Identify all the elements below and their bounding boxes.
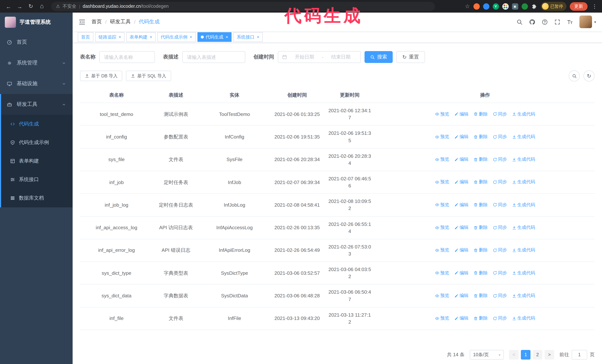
sync-link[interactable]: 同步	[493, 224, 507, 231]
prev-page-button[interactable]: <	[509, 350, 519, 360]
sidebar-item-db-docs[interactable]: 数据库文档	[1, 189, 73, 207]
close-icon[interactable]: ×	[190, 35, 192, 39]
generate-code-link[interactable]: 生成代码	[512, 292, 535, 299]
date-range-picker[interactable]: 开始日期 - 结束日期	[278, 51, 361, 63]
edit-link[interactable]: 编辑	[454, 270, 468, 276]
browser-profile-chip[interactable]: 已暂停	[541, 2, 566, 11]
sidebar-item-code-generation[interactable]: 代码生成	[1, 115, 73, 133]
blue-extension-icon[interactable]	[483, 3, 489, 10]
sidebar-item-codegen-example[interactable]: 代码生成示例	[1, 133, 73, 152]
extensions-puzzle-icon[interactable]	[531, 3, 537, 10]
preview-link[interactable]: 预览	[435, 202, 449, 208]
tab-tracing[interactable]: 链路追踪×	[95, 32, 124, 42]
generate-code-link[interactable]: 生成代码	[512, 202, 535, 208]
sidebar-item-system-api[interactable]: 系统接口	[1, 170, 73, 189]
browser-back-icon[interactable]: ←	[4, 2, 13, 11]
sidebar-item-system-management[interactable]: 系统管理	[0, 52, 73, 73]
generate-code-link[interactable]: 生成代码	[512, 224, 535, 231]
browser-forward-icon[interactable]: →	[15, 2, 24, 11]
delete-link[interactable]: 删除	[473, 270, 488, 276]
browser-home-icon[interactable]: ⌂	[37, 2, 47, 11]
delete-link[interactable]: 删除	[473, 315, 488, 322]
preview-link[interactable]: 预览	[435, 315, 449, 322]
preview-link[interactable]: 预览	[435, 247, 449, 254]
sync-link[interactable]: 同步	[493, 315, 507, 322]
delete-link[interactable]: 删除	[473, 111, 488, 117]
reset-button[interactable]: ↻ 重置	[396, 51, 425, 63]
browser-reload-icon[interactable]: ↻	[26, 2, 36, 11]
sync-link[interactable]: 同步	[493, 134, 507, 140]
green-leaf-extension-icon[interactable]	[521, 3, 528, 10]
generate-code-link[interactable]: 生成代码	[512, 315, 535, 322]
sidebar-item-form-builder[interactable]: 表单构建	[1, 152, 73, 170]
close-icon[interactable]: ×	[150, 35, 152, 39]
generate-code-link[interactable]: 生成代码	[512, 247, 535, 254]
sidebar-item-dev-tools[interactable]: 研发工具	[1, 94, 73, 115]
sync-link[interactable]: 同步	[493, 292, 507, 299]
multicolor-extension-icon[interactable]	[502, 3, 508, 10]
preview-link[interactable]: 预览	[435, 292, 449, 299]
delete-link[interactable]: 删除	[473, 202, 488, 208]
sync-link[interactable]: 同步	[493, 156, 507, 163]
delete-link[interactable]: 删除	[473, 156, 488, 163]
edit-link[interactable]: 编辑	[454, 202, 468, 208]
generate-code-link[interactable]: 生成代码	[512, 179, 535, 186]
sync-link[interactable]: 同步	[493, 111, 507, 117]
sync-link[interactable]: 同步	[493, 270, 507, 276]
green-v-extension-icon[interactable]: V	[493, 3, 499, 10]
tab-code-generation[interactable]: 代码生成×	[197, 32, 232, 42]
edit-link[interactable]: 编辑	[454, 247, 468, 254]
help-icon[interactable]	[542, 19, 548, 25]
breadcrumb-dev-tools[interactable]: 研发工具	[110, 19, 131, 25]
address-bar[interactable]: ⚠ 不安全 | dashboard.yudao.iocoder.cn/tool/…	[51, 2, 435, 11]
generate-code-link[interactable]: 生成代码	[512, 156, 535, 163]
edit-link[interactable]: 编辑	[454, 111, 468, 117]
sync-link[interactable]: 同步	[493, 247, 507, 254]
close-icon[interactable]: ×	[257, 35, 259, 39]
browser-menu-icon[interactable]: ⋮	[591, 3, 598, 9]
edit-link[interactable]: 编辑	[454, 156, 468, 163]
sidebar-item-infrastructure[interactable]: 基础设施	[0, 73, 73, 94]
close-icon[interactable]: ×	[226, 35, 228, 39]
font-size-icon[interactable]	[567, 19, 573, 25]
tab-form-builder[interactable]: 表单构建×	[126, 32, 156, 42]
edit-link[interactable]: 编辑	[454, 134, 468, 140]
edit-link[interactable]: 编辑	[454, 315, 468, 322]
delete-link[interactable]: 删除	[473, 247, 488, 254]
delete-link[interactable]: 删除	[473, 224, 488, 231]
table-desc-input[interactable]	[182, 51, 245, 63]
edit-link[interactable]: 编辑	[454, 179, 468, 186]
delete-link[interactable]: 删除	[473, 179, 488, 186]
browser-update-button[interactable]: 更新	[570, 2, 588, 10]
app-logo[interactable]: 芋道管理系统	[0, 13, 73, 32]
edit-link[interactable]: 编辑	[454, 292, 468, 299]
sync-link[interactable]: 同步	[493, 179, 507, 186]
preview-link[interactable]: 预览	[435, 111, 449, 117]
generate-code-link[interactable]: 生成代码	[512, 134, 535, 140]
page-size-select[interactable]: 10条/页 ▾	[470, 350, 504, 360]
table-name-input[interactable]	[99, 51, 155, 63]
next-page-button[interactable]: >	[545, 350, 554, 360]
page-button-1[interactable]: 1	[521, 350, 530, 360]
sidebar-toggle-icon[interactable]	[78, 18, 86, 25]
goto-page-input[interactable]	[572, 350, 587, 360]
orange-extension-icon[interactable]	[473, 3, 480, 10]
bookmark-star-icon[interactable]: ☆	[465, 3, 470, 10]
dark-extension-icon[interactable]: ▣	[512, 3, 518, 10]
close-icon[interactable]: ×	[118, 35, 121, 39]
delete-link[interactable]: 删除	[473, 292, 488, 299]
preview-link[interactable]: 预览	[435, 134, 449, 140]
toggle-search-button[interactable]	[569, 70, 580, 82]
sync-link[interactable]: 同步	[493, 202, 507, 208]
preview-link[interactable]: 预览	[435, 270, 449, 276]
preview-link[interactable]: 预览	[435, 156, 449, 163]
import-db-button[interactable]: 基于 DB 导入	[80, 71, 122, 81]
import-sql-button[interactable]: 基于 SQL 导入	[126, 71, 171, 81]
user-menu[interactable]: ▾	[580, 16, 596, 28]
generate-code-link[interactable]: 生成代码	[512, 270, 535, 276]
generate-code-link[interactable]: 生成代码	[512, 111, 535, 117]
search-icon[interactable]	[516, 19, 523, 25]
refresh-table-button[interactable]: ↻	[583, 70, 595, 82]
page-button-2[interactable]: 2	[533, 350, 542, 360]
preview-link[interactable]: 预览	[435, 224, 449, 231]
